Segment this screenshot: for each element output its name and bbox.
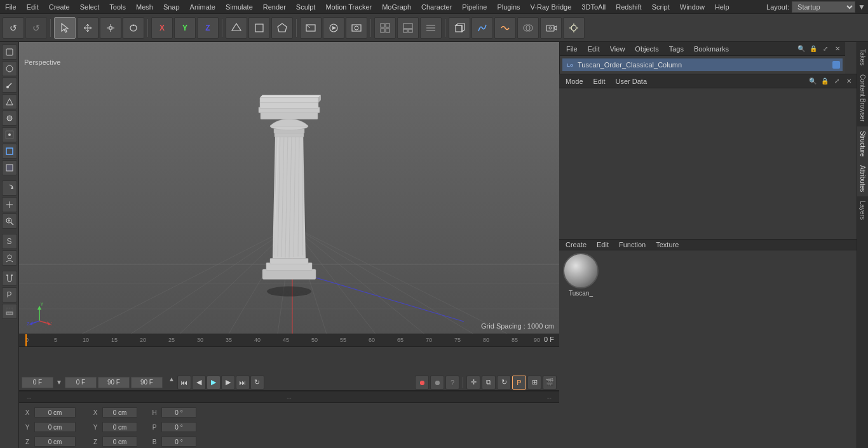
boole-btn[interactable] (517, 17, 539, 39)
next-frame-btn[interactable]: ▶ (221, 376, 235, 390)
auto-key-btn[interactable]: ⏺ (430, 376, 444, 390)
menu-3dtoall[interactable]: 3DToAll (576, 2, 611, 12)
loop-btn[interactable]: ↻ (250, 376, 264, 390)
mode-polygon[interactable] (2, 160, 17, 175)
rp-menu-file[interactable]: File (562, 44, 581, 54)
attr-menu-userdata[interactable]: User Data (612, 76, 651, 86)
move-tool-2-btn[interactable]: ✛ (466, 376, 480, 390)
b-input[interactable] (161, 437, 196, 447)
key-btn[interactable]: ? (445, 376, 459, 390)
material-swatch[interactable] (563, 253, 599, 288)
viewport[interactable]: View Cameras Display Filter Panel ⊞ ↕ ⤢ … (19, 42, 559, 334)
p-input[interactable] (161, 422, 196, 432)
goto-start-btn[interactable]: ⏮ (177, 376, 191, 390)
menu-animate[interactable]: Animate (185, 2, 220, 12)
h-input[interactable] (161, 407, 196, 417)
rp-close-icon[interactable]: ✕ (832, 44, 843, 54)
menu-render[interactable]: Render (258, 2, 291, 12)
play-btn[interactable]: ▶ (207, 376, 220, 390)
rp-expand-icon[interactable]: ⤢ (820, 44, 831, 54)
tab-layers[interactable]: Layers (857, 196, 868, 224)
tab-takes[interactable]: Takes (857, 44, 868, 70)
scale-tool-btn[interactable] (100, 17, 121, 39)
mat-menu-create[interactable]: Create (562, 240, 590, 250)
menu-select[interactable]: Select (75, 2, 105, 12)
attr-search-icon[interactable]: 🔍 (808, 76, 818, 86)
mode-point[interactable] (2, 127, 17, 142)
menu-create[interactable]: Create (44, 2, 75, 12)
select-tool-btn[interactable] (54, 17, 76, 39)
end-frame-input[interactable] (98, 377, 130, 388)
attr-menu-edit[interactable]: Edit (590, 76, 609, 86)
tab-structure[interactable]: Structure (857, 126, 868, 161)
object-color-swatch[interactable] (832, 61, 840, 69)
scene-view-btn[interactable] (374, 17, 396, 39)
poly-mode-btn[interactable] (271, 17, 293, 39)
mat-menu-edit[interactable]: Edit (593, 240, 613, 250)
rp-menu-objects[interactable]: Objects (631, 44, 662, 54)
menu-motion-tracker[interactable]: Motion Tracker (320, 2, 377, 12)
undo-btn[interactable]: ↺ (3, 17, 24, 39)
deform-btn[interactable] (494, 17, 516, 39)
menu-simulate[interactable]: Simulate (220, 2, 258, 12)
rp-lock-icon[interactable]: 🔒 (808, 44, 818, 54)
menu-snap[interactable]: Snap (158, 2, 185, 12)
zoom-view[interactable] (2, 214, 17, 229)
rotate-view[interactable] (2, 180, 17, 196)
magnet-tool[interactable] (2, 271, 17, 286)
move-tool-btn[interactable] (77, 17, 98, 39)
anim-layout-btn[interactable] (420, 17, 442, 39)
attr-expand-icon[interactable]: ⤢ (832, 76, 842, 86)
y-axis-btn[interactable]: Y (174, 17, 196, 39)
attr-lock-icon[interactable]: 🔒 (820, 76, 830, 86)
rp-search-icon[interactable]: 🔍 (796, 44, 806, 54)
y-size-input[interactable] (102, 422, 137, 432)
grid-btn[interactable]: ⊞ (527, 376, 541, 390)
tab-content-browser[interactable]: Content Browser (857, 70, 868, 126)
mode-p-btn[interactable]: P (512, 376, 526, 390)
layout-btn[interactable] (397, 17, 419, 39)
x-axis-btn[interactable]: X (151, 17, 173, 39)
menu-pipeline[interactable]: Pipeline (457, 2, 492, 12)
mode-edge[interactable] (2, 144, 17, 159)
menu-vray[interactable]: V-Ray Bridge (526, 2, 577, 12)
arrow-up-icon[interactable]: ▲ (166, 376, 177, 390)
tab-attributes[interactable]: Attributes (857, 161, 868, 196)
solo-toggle[interactable] (2, 250, 17, 266)
layout-select[interactable]: Startup Standard Modeling Sculpting (792, 1, 855, 13)
mode-object[interactable] (2, 111, 17, 126)
menu-mesh[interactable]: Mesh (131, 2, 158, 12)
x-pos-input[interactable] (34, 407, 76, 417)
prev-frame-btn[interactable]: ◀ (192, 376, 206, 390)
mode-texture[interactable] (2, 61, 17, 76)
attr-close-icon[interactable]: ✕ (844, 76, 854, 86)
rp-menu-edit[interactable]: Edit (584, 44, 604, 54)
menu-tools[interactable]: Tools (104, 2, 131, 12)
camera-btn[interactable] (540, 17, 562, 39)
edge-mode-btn[interactable] (248, 17, 270, 39)
z-size-input[interactable] (102, 437, 137, 447)
spline-btn[interactable] (471, 17, 493, 39)
current-frame-input[interactable] (65, 377, 97, 388)
mat-menu-texture[interactable]: Texture (652, 240, 682, 250)
rotate-tool-btn[interactable] (123, 17, 144, 39)
rp-menu-view[interactable]: View (606, 44, 629, 54)
goto-end-btn[interactable]: ⏭ (236, 376, 250, 390)
cube-btn[interactable] (449, 17, 470, 39)
mode-paint[interactable] (2, 78, 17, 93)
x-size-input[interactable] (102, 407, 137, 417)
film-btn[interactable]: 🎬 (543, 376, 557, 390)
floor-tool[interactable] (2, 304, 17, 319)
snap-toggle[interactable]: S (2, 234, 17, 249)
start-frame-input[interactable] (22, 377, 53, 388)
menu-window[interactable]: Window (675, 2, 710, 12)
poly-pen-tool[interactable]: P (2, 287, 17, 302)
menu-mograph[interactable]: MoGraph (377, 2, 416, 12)
scale-tool-2-btn[interactable]: ⧉ (482, 376, 496, 390)
menu-plugins[interactable]: Plugins (492, 2, 525, 12)
menu-edit[interactable]: Edit (22, 2, 44, 12)
y-pos-input[interactable] (34, 422, 76, 432)
max-frame-input[interactable] (131, 377, 163, 388)
menu-redshift[interactable]: Redshift (611, 2, 646, 12)
light-btn[interactable] (563, 17, 585, 39)
